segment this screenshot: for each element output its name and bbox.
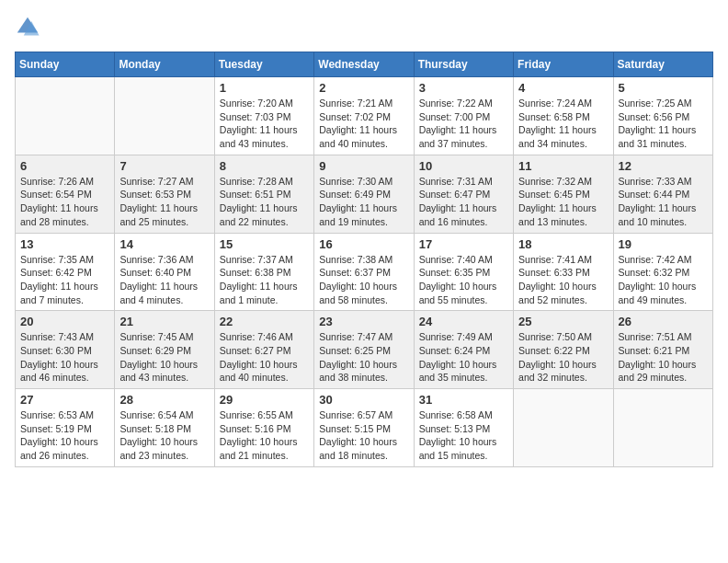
- calendar-week-row: 27Sunrise: 6:53 AM Sunset: 5:19 PM Dayli…: [16, 389, 713, 467]
- calendar-week-row: 6Sunrise: 7:26 AM Sunset: 6:54 PM Daylig…: [16, 155, 713, 233]
- calendar-cell: 5Sunrise: 7:25 AM Sunset: 6:56 PM Daylig…: [613, 77, 712, 155]
- day-number: 14: [119, 237, 209, 251]
- day-number: 15: [220, 237, 309, 251]
- day-info: Sunrise: 7:46 AM Sunset: 6:27 PM Dayligh…: [220, 330, 309, 385]
- day-number: 28: [119, 393, 209, 407]
- day-info: Sunrise: 7:20 AM Sunset: 7:03 PM Dayligh…: [220, 97, 309, 151]
- day-number: 4: [518, 81, 608, 95]
- calendar-cell: [613, 389, 712, 467]
- day-info: Sunrise: 7:31 AM Sunset: 6:47 PM Dayligh…: [419, 175, 508, 229]
- day-of-week-header: Thursday: [414, 52, 513, 77]
- day-info: Sunrise: 7:21 AM Sunset: 7:02 PM Dayligh…: [319, 97, 408, 151]
- calendar-cell: 21Sunrise: 7:45 AM Sunset: 6:29 PM Dayli…: [115, 311, 214, 389]
- day-info: Sunrise: 7:42 AM Sunset: 6:32 PM Dayligh…: [619, 253, 708, 307]
- page-header: [15, 15, 713, 40]
- calendar-cell: 15Sunrise: 7:37 AM Sunset: 6:38 PM Dayli…: [214, 233, 313, 311]
- calendar-cell: 19Sunrise: 7:42 AM Sunset: 6:32 PM Dayli…: [613, 233, 712, 311]
- day-info: Sunrise: 7:24 AM Sunset: 6:58 PM Dayligh…: [518, 97, 608, 151]
- day-number: 12: [619, 159, 708, 173]
- day-number: 31: [419, 393, 508, 407]
- day-info: Sunrise: 7:43 AM Sunset: 6:30 PM Dayligh…: [20, 330, 109, 385]
- calendar-cell: 6Sunrise: 7:26 AM Sunset: 6:54 PM Daylig…: [16, 155, 115, 233]
- day-of-week-header: Friday: [514, 52, 613, 77]
- day-info: Sunrise: 7:41 AM Sunset: 6:33 PM Dayligh…: [518, 253, 608, 307]
- calendar-cell: 3Sunrise: 7:22 AM Sunset: 7:00 PM Daylig…: [414, 77, 513, 155]
- day-number: 2: [319, 81, 408, 95]
- day-number: 17: [419, 237, 508, 251]
- day-info: Sunrise: 7:33 AM Sunset: 6:44 PM Dayligh…: [619, 175, 708, 229]
- day-number: 8: [220, 159, 309, 173]
- calendar-cell: 14Sunrise: 7:36 AM Sunset: 6:40 PM Dayli…: [115, 233, 214, 311]
- calendar-cell: 25Sunrise: 7:50 AM Sunset: 6:22 PM Dayli…: [514, 311, 613, 389]
- calendar-cell: 12Sunrise: 7:33 AM Sunset: 6:44 PM Dayli…: [613, 155, 712, 233]
- day-number: 27: [20, 393, 109, 407]
- calendar-cell: 22Sunrise: 7:46 AM Sunset: 6:27 PM Dayli…: [214, 311, 313, 389]
- day-info: Sunrise: 7:28 AM Sunset: 6:51 PM Dayligh…: [220, 175, 309, 229]
- day-number: 26: [619, 315, 708, 328]
- calendar-header-row: SundayMondayTuesdayWednesdayThursdayFrid…: [16, 52, 713, 77]
- day-number: 30: [319, 393, 408, 407]
- day-number: 9: [319, 159, 408, 173]
- calendar-cell: [514, 389, 613, 467]
- day-info: Sunrise: 7:26 AM Sunset: 6:54 PM Dayligh…: [20, 175, 109, 229]
- day-info: Sunrise: 6:53 AM Sunset: 5:19 PM Dayligh…: [20, 408, 109, 463]
- logo: [15, 15, 44, 40]
- logo-icon: [15, 15, 40, 40]
- calendar-table: SundayMondayTuesdayWednesdayThursdayFrid…: [15, 52, 713, 467]
- day-number: 3: [419, 81, 508, 95]
- day-number: 13: [20, 237, 109, 251]
- calendar-cell: 27Sunrise: 6:53 AM Sunset: 5:19 PM Dayli…: [16, 389, 115, 467]
- calendar-cell: [115, 77, 214, 155]
- day-number: 1: [220, 81, 309, 95]
- day-info: Sunrise: 6:57 AM Sunset: 5:15 PM Dayligh…: [319, 408, 408, 463]
- day-info: Sunrise: 7:50 AM Sunset: 6:22 PM Dayligh…: [518, 330, 608, 385]
- day-info: Sunrise: 6:54 AM Sunset: 5:18 PM Dayligh…: [119, 408, 209, 463]
- calendar-cell: 20Sunrise: 7:43 AM Sunset: 6:30 PM Dayli…: [16, 311, 115, 389]
- day-of-week-header: Wednesday: [314, 52, 414, 77]
- day-info: Sunrise: 7:22 AM Sunset: 7:00 PM Dayligh…: [419, 97, 508, 151]
- calendar-cell: 4Sunrise: 7:24 AM Sunset: 6:58 PM Daylig…: [514, 77, 613, 155]
- calendar-cell: 2Sunrise: 7:21 AM Sunset: 7:02 PM Daylig…: [314, 77, 414, 155]
- day-info: Sunrise: 7:47 AM Sunset: 6:25 PM Dayligh…: [319, 330, 408, 385]
- calendar-cell: 9Sunrise: 7:30 AM Sunset: 6:49 PM Daylig…: [314, 155, 414, 233]
- day-info: Sunrise: 7:35 AM Sunset: 6:42 PM Dayligh…: [20, 253, 109, 307]
- calendar-cell: 31Sunrise: 6:58 AM Sunset: 5:13 PM Dayli…: [414, 389, 513, 467]
- calendar-cell: 26Sunrise: 7:51 AM Sunset: 6:21 PM Dayli…: [613, 311, 712, 389]
- calendar-cell: 24Sunrise: 7:49 AM Sunset: 6:24 PM Dayli…: [414, 311, 513, 389]
- calendar-week-row: 1Sunrise: 7:20 AM Sunset: 7:03 PM Daylig…: [16, 77, 713, 155]
- calendar-cell: 28Sunrise: 6:54 AM Sunset: 5:18 PM Dayli…: [115, 389, 214, 467]
- day-number: 10: [419, 159, 508, 173]
- day-info: Sunrise: 6:58 AM Sunset: 5:13 PM Dayligh…: [419, 408, 508, 463]
- day-info: Sunrise: 7:38 AM Sunset: 6:37 PM Dayligh…: [319, 253, 408, 307]
- day-of-week-header: Tuesday: [214, 52, 313, 77]
- day-of-week-header: Monday: [115, 52, 214, 77]
- day-info: Sunrise: 7:30 AM Sunset: 6:49 PM Dayligh…: [319, 175, 408, 229]
- calendar-cell: [16, 77, 115, 155]
- day-info: Sunrise: 7:36 AM Sunset: 6:40 PM Dayligh…: [119, 253, 209, 307]
- day-info: Sunrise: 7:40 AM Sunset: 6:35 PM Dayligh…: [419, 253, 508, 307]
- day-number: 11: [518, 159, 608, 173]
- calendar-cell: 1Sunrise: 7:20 AM Sunset: 7:03 PM Daylig…: [214, 77, 313, 155]
- calendar-cell: 13Sunrise: 7:35 AM Sunset: 6:42 PM Dayli…: [16, 233, 115, 311]
- day-number: 23: [319, 315, 408, 328]
- calendar-week-row: 13Sunrise: 7:35 AM Sunset: 6:42 PM Dayli…: [16, 233, 713, 311]
- calendar-cell: 23Sunrise: 7:47 AM Sunset: 6:25 PM Dayli…: [314, 311, 414, 389]
- day-of-week-header: Saturday: [613, 52, 712, 77]
- day-number: 25: [518, 315, 608, 328]
- calendar-cell: 10Sunrise: 7:31 AM Sunset: 6:47 PM Dayli…: [414, 155, 513, 233]
- day-number: 5: [619, 81, 708, 95]
- calendar-cell: 11Sunrise: 7:32 AM Sunset: 6:45 PM Dayli…: [514, 155, 613, 233]
- day-info: Sunrise: 7:37 AM Sunset: 6:38 PM Dayligh…: [220, 253, 309, 307]
- day-number: 21: [119, 315, 209, 328]
- day-number: 16: [319, 237, 408, 251]
- calendar-week-row: 20Sunrise: 7:43 AM Sunset: 6:30 PM Dayli…: [16, 311, 713, 389]
- day-info: Sunrise: 7:51 AM Sunset: 6:21 PM Dayligh…: [619, 330, 708, 385]
- day-info: Sunrise: 7:49 AM Sunset: 6:24 PM Dayligh…: [419, 330, 508, 385]
- day-number: 6: [20, 159, 109, 173]
- day-number: 20: [20, 315, 109, 328]
- day-info: Sunrise: 7:32 AM Sunset: 6:45 PM Dayligh…: [518, 175, 608, 229]
- day-number: 24: [419, 315, 508, 328]
- calendar-cell: 7Sunrise: 7:27 AM Sunset: 6:53 PM Daylig…: [115, 155, 214, 233]
- calendar-cell: 30Sunrise: 6:57 AM Sunset: 5:15 PM Dayli…: [314, 389, 414, 467]
- day-number: 18: [518, 237, 608, 251]
